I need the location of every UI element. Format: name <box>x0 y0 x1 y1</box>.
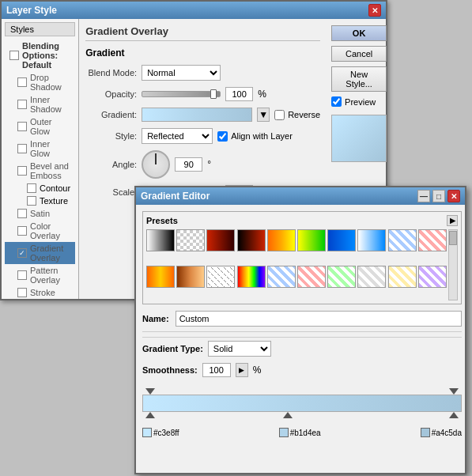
cancel-button[interactable]: Cancel <box>331 46 387 62</box>
satin-checkbox[interactable] <box>17 209 27 218</box>
gradient-editor-buttons: OK Reset Load... Save... New <box>468 205 472 473</box>
preview-box <box>331 115 387 162</box>
angle-unit: ° <box>207 159 211 170</box>
style-row: Style: Reflected Align with Layer <box>85 128 320 144</box>
preview-label-row: Preview <box>331 96 387 107</box>
gradient-dropdown-btn[interactable]: ▼ <box>257 108 270 122</box>
angle-label: Angle: <box>85 160 137 169</box>
color-overlay-checkbox[interactable] <box>17 226 27 236</box>
inner-glow-checkbox[interactable] <box>17 144 27 153</box>
stop-text-left: #c3e8ff <box>153 429 179 437</box>
stop-text-center: #b1d4ea <box>290 429 321 437</box>
presets-scrollbar[interactable] <box>448 229 458 300</box>
preset-swatch[interactable] <box>237 229 266 251</box>
preset-swatch[interactable] <box>327 229 356 251</box>
preview-label-text: Preview <box>345 97 376 107</box>
smoothness-input[interactable] <box>202 363 231 377</box>
stop-swatch-right[interactable] <box>421 428 430 437</box>
scale-label: Scale: <box>85 187 137 197</box>
preset-swatch[interactable] <box>388 266 417 288</box>
sidebar-item-stroke[interactable]: Stroke <box>5 286 75 299</box>
angle-dial[interactable] <box>142 150 170 179</box>
reverse-checkbox[interactable] <box>274 110 285 120</box>
preview-checkbox[interactable] <box>331 96 342 107</box>
reverse-label: Reverse <box>288 110 320 119</box>
preset-swatch[interactable] <box>297 229 326 251</box>
smoothness-step-btn[interactable]: ▶ <box>236 363 248 377</box>
preset-swatch[interactable] <box>418 266 447 288</box>
top-stop-right[interactable] <box>449 388 459 395</box>
pattern-overlay-checkbox[interactable] <box>17 270 27 280</box>
styles-header[interactable]: Styles <box>5 22 75 36</box>
name-row: Name: <box>142 311 462 327</box>
bottom-stop-right[interactable] <box>449 412 459 418</box>
preset-swatch[interactable] <box>327 266 356 288</box>
sidebar-item-color-overlay[interactable]: Color Overlay <box>5 220 75 242</box>
gradient-editor-minimize[interactable]: — <box>417 190 430 202</box>
preset-swatch[interactable] <box>297 266 326 288</box>
gradient-editor-maximize[interactable]: □ <box>432 190 445 202</box>
sidebar-item-inner-glow[interactable]: Inner Glow <box>5 138 75 160</box>
preset-swatch[interactable] <box>206 229 235 251</box>
blend-mode-select[interactable]: Normal <box>142 65 221 81</box>
sidebar-item-satin[interactable]: Satin <box>5 207 75 220</box>
outer-glow-checkbox[interactable] <box>17 122 27 131</box>
sidebar-item-contour[interactable]: Contour <box>5 182 75 195</box>
preset-swatch[interactable] <box>357 266 386 288</box>
blending-checkbox[interactable] <box>9 51 19 60</box>
gradient-type-select[interactable]: Solid <box>208 341 271 357</box>
sidebar-item-outer-glow[interactable]: Outer Glow <box>5 115 75 138</box>
sidebar-item-pattern-overlay[interactable]: Pattern Overlay <box>5 264 75 286</box>
sidebar-item-blending[interactable]: Blending Options: Default <box>5 40 75 71</box>
preset-swatch[interactable] <box>237 266 266 288</box>
preset-swatch[interactable] <box>357 229 386 251</box>
bottom-stop-left[interactable] <box>145 412 155 418</box>
preset-swatch[interactable] <box>176 266 205 288</box>
preset-swatch[interactable] <box>146 266 175 288</box>
name-label: Name: <box>142 314 169 323</box>
bottom-stops <box>142 412 462 425</box>
stroke-checkbox[interactable] <box>17 288 27 297</box>
angle-input[interactable] <box>175 157 202 172</box>
gradient-bar[interactable] <box>142 395 462 412</box>
opacity-slider[interactable] <box>142 91 221 97</box>
stop-swatch-left[interactable] <box>142 428 152 437</box>
reverse-checkbox-row: Reverse <box>274 110 320 120</box>
top-stop-left[interactable] <box>145 388 155 395</box>
gradient-editor-close[interactable]: ✕ <box>447 190 460 202</box>
sidebar-item-texture[interactable]: Texture <box>5 195 75 207</box>
presets-section: Presets ▶ <box>142 211 462 304</box>
align-layer-checkbox[interactable] <box>217 131 228 142</box>
opacity-input[interactable] <box>225 87 253 101</box>
blend-mode-label: Blend Mode: <box>85 68 137 77</box>
preset-swatch[interactable] <box>388 229 417 251</box>
stop-swatch-center[interactable] <box>279 428 289 437</box>
presets-arrow-btn[interactable]: ▶ <box>447 215 458 226</box>
preset-swatch[interactable] <box>267 229 296 251</box>
angle-row: Angle: ° <box>85 150 320 179</box>
inner-shadow-checkbox[interactable] <box>17 100 27 109</box>
preset-swatch[interactable] <box>267 266 296 288</box>
preset-swatch[interactable] <box>206 266 235 288</box>
gradient-overlay-checkbox[interactable]: ✓ <box>17 248 27 258</box>
bevel-emboss-checkbox[interactable] <box>17 166 27 176</box>
bottom-stop-center[interactable] <box>283 412 293 418</box>
layer-style-titlebar: Layer Style ✕ <box>2 2 386 19</box>
sidebar-item-gradient-overlay[interactable]: ✓ Gradient Overlay <box>5 242 75 264</box>
sidebar-item-inner-shadow[interactable]: Inner Shadow <box>5 93 75 115</box>
style-select[interactable]: Reflected <box>142 128 213 144</box>
contour-checkbox[interactable] <box>27 183 36 193</box>
drop-shadow-checkbox[interactable] <box>17 77 27 87</box>
preset-swatch[interactable] <box>418 229 447 251</box>
layer-style-close-button[interactable]: ✕ <box>368 4 381 17</box>
name-input[interactable] <box>176 311 462 327</box>
smoothness-row: Smoothness: ▶ % <box>142 363 462 377</box>
gradient-preview[interactable] <box>142 108 252 122</box>
new-style-button[interactable]: New Style... <box>331 66 387 92</box>
ok-button[interactable]: OK <box>331 25 387 41</box>
preset-swatch[interactable] <box>146 229 175 251</box>
sidebar-item-drop-shadow[interactable]: Drop Shadow <box>5 71 75 93</box>
texture-checkbox[interactable] <box>27 196 36 206</box>
preset-swatch[interactable] <box>176 229 205 251</box>
sidebar-item-bevel-emboss[interactable]: Bevel and Emboss <box>5 160 75 182</box>
